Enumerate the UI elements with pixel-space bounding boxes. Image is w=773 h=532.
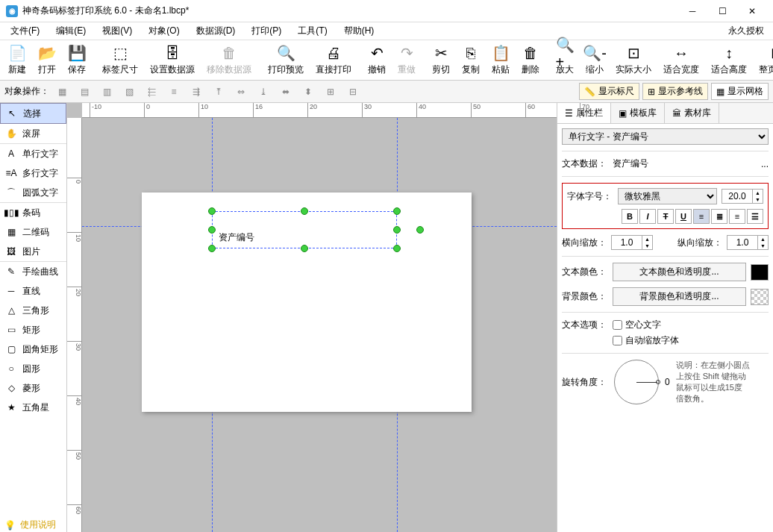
handle-rotate[interactable]	[416, 226, 424, 234]
layer-send-back-icon[interactable]: ▧	[119, 84, 139, 100]
tool-rect[interactable]: ▭矩形	[0, 320, 66, 339]
rotation-dial[interactable]	[614, 360, 659, 404]
group-icon[interactable]: ⊞	[321, 84, 340, 100]
tool-star[interactable]: ★五角星	[0, 398, 66, 417]
menu-打印(P)[interactable]: 打印(P)	[244, 23, 289, 39]
toolbar-print-button[interactable]: 🖨直接打印	[310, 42, 357, 78]
menu-工具(T)[interactable]: 工具(T)	[290, 23, 334, 39]
tool-diamond[interactable]: ◇菱形	[0, 378, 66, 398]
tool-barcode[interactable]: ▮▯▮条码	[0, 203, 66, 222]
strike-button[interactable]: T	[657, 209, 674, 224]
toolbar-cut-button[interactable]: ✂剪切	[427, 42, 455, 78]
toolbar-fitw-button[interactable]: ↔适合宽度	[658, 42, 704, 78]
handle-bc[interactable]	[301, 245, 308, 252]
bold-button[interactable]: B	[622, 209, 638, 224]
tool-tri[interactable]: △三角形	[0, 301, 66, 320]
align-center-icon[interactable]: ≡	[164, 84, 184, 100]
auto-shrink-checkbox[interactable]: 自动缩放字体	[613, 334, 679, 347]
toolbar-zoomin-button[interactable]: 🔍+放大	[551, 42, 579, 78]
handle-ml[interactable]	[208, 226, 216, 234]
toolbar-remds-button[interactable]: 🗑移除数据源	[201, 42, 257, 78]
menu-帮助(H)[interactable]: 帮助(H)	[337, 23, 382, 39]
tool-line[interactable]: ─直线	[0, 281, 66, 301]
align-middle-icon[interactable]: ⇔	[231, 84, 251, 100]
tab-templates[interactable]: ▣模板库	[611, 103, 665, 123]
tool-arctext[interactable]: ⌒圆弧文字	[0, 183, 66, 202]
layer-bring-front-icon[interactable]: ▦	[52, 84, 72, 100]
handle-tl[interactable]	[208, 207, 216, 215]
tool-rrect[interactable]: ▢圆角矩形	[0, 339, 66, 359]
object-type-select[interactable]: 单行文字 - 资产编号	[562, 128, 769, 145]
text-color-swatch[interactable]	[751, 264, 769, 281]
toolbar-fitpage-button[interactable]: ⊞整页显示	[754, 42, 773, 78]
maximize-button[interactable]: ☐	[707, 0, 737, 22]
bg-color-button[interactable]: 背景颜色和透明度...	[613, 287, 746, 306]
layer-bring-forward-icon[interactable]: ▤	[75, 84, 94, 100]
handle-br[interactable]	[393, 245, 401, 252]
close-button[interactable]: ✕	[737, 0, 767, 22]
align-left-button[interactable]: ≡	[693, 209, 710, 224]
toolbar-save-button[interactable]: 💾保存	[63, 42, 91, 78]
handle-mr[interactable]	[393, 226, 401, 234]
tool-select[interactable]: ↖选择	[0, 103, 66, 124]
tool-pan[interactable]: ✋滚屏	[0, 124, 66, 143]
toggle-ruler[interactable]: 📏显示标尺	[579, 83, 639, 100]
menu-对象(O)[interactable]: 对象(O)	[141, 23, 187, 39]
toolbar-actual-button[interactable]: ⊡实际大小	[610, 42, 657, 78]
tab-materials[interactable]: 🏛素材库	[665, 103, 719, 123]
minimize-button[interactable]: ─	[677, 0, 707, 22]
underline-button[interactable]: U	[675, 209, 692, 224]
align-right-button[interactable]: ≡	[729, 209, 745, 224]
toolbar-delete-button[interactable]: 🗑删除	[516, 42, 545, 78]
menu-编辑(E)[interactable]: 编辑(E)	[48, 23, 93, 39]
toolbar-open-button[interactable]: 📂打开	[33, 42, 61, 78]
toolbar-fith-button[interactable]: ↕适合高度	[706, 42, 752, 78]
tool-ellipse[interactable]: ○圆形	[0, 359, 66, 378]
fitpage-icon: ⊞	[768, 44, 773, 62]
text-data-edit-button[interactable]: ...	[761, 159, 769, 169]
hscale-spinner[interactable]: ▲▼	[611, 235, 653, 250]
tool-image[interactable]: 🖼图片	[0, 242, 66, 261]
align-justify-button[interactable]: ☰	[747, 209, 763, 224]
handle-tr[interactable]	[393, 207, 401, 215]
vscale-spinner[interactable]: ▲▼	[727, 235, 769, 250]
tool-mtext[interactable]: ≡A多行文字	[0, 163, 66, 183]
ungroup-icon[interactable]: ⊟	[343, 84, 363, 100]
align-center-button[interactable]: ≣	[711, 209, 727, 224]
toolbar-labelsize-button[interactable]: ⬚标签尺寸	[97, 42, 143, 78]
toolbar-zoomout-button[interactable]: 🔍-缩小	[580, 42, 609, 78]
align-bottom-icon[interactable]: ⤓	[254, 84, 273, 100]
align-left-icon[interactable]: ⬱	[142, 84, 161, 100]
toggle-guide[interactable]: ⊞显示参考线	[642, 83, 708, 100]
handle-bl[interactable]	[208, 245, 216, 252]
toolbar-setds-button[interactable]: 🗄设置数据源	[145, 42, 200, 78]
bg-color-swatch[interactable]	[751, 289, 769, 305]
align-top-icon[interactable]: ⤒	[209, 84, 228, 100]
toggle-grid[interactable]: ▦显示网格	[711, 83, 769, 100]
font-family-select[interactable]: 微软雅黑	[618, 188, 717, 204]
menu-文件(F)[interactable]: 文件(F)	[3, 23, 47, 39]
hollow-text-checkbox[interactable]: 空心文字	[613, 319, 679, 331]
toolbar-paste-button[interactable]: 📋粘贴	[486, 42, 515, 78]
menu-视图(V)[interactable]: 视图(V)	[95, 23, 140, 39]
align-right-icon[interactable]: ⇶	[187, 84, 206, 100]
tool-qrcode[interactable]: ▦二维码	[0, 222, 66, 242]
toolbar-copy-button[interactable]: ⎘复制	[457, 42, 485, 78]
handle-tc[interactable]	[301, 207, 308, 215]
dist-v-icon[interactable]: ⬍	[298, 84, 318, 100]
help-button[interactable]: 💡使用说明	[0, 514, 66, 532]
tool-freehand[interactable]: ✎手绘曲线	[0, 262, 66, 281]
toolbar-undo-button[interactable]: ↶撤销	[363, 42, 391, 78]
text-color-button[interactable]: 文本颜色和透明度...	[613, 263, 746, 281]
toolbar-redo-button[interactable]: ↷重做	[392, 42, 421, 78]
italic-button[interactable]: I	[639, 209, 656, 224]
tool-stext[interactable]: A单行文字	[0, 144, 66, 163]
toolbar-preview-button[interactable]: 🔍打印预览	[263, 42, 309, 78]
layer-send-backward-icon[interactable]: ▥	[97, 84, 116, 100]
font-size-spinner[interactable]: ▲▼	[722, 189, 763, 204]
menu-数据源(D)[interactable]: 数据源(D)	[189, 23, 243, 39]
toolbar-new-button[interactable]: 📄新建	[3, 42, 31, 78]
canvas-view[interactable]: 资产编号	[82, 118, 557, 532]
dist-h-icon[interactable]: ⬌	[276, 84, 295, 100]
text-object[interactable]: 资产编号	[212, 211, 397, 248]
